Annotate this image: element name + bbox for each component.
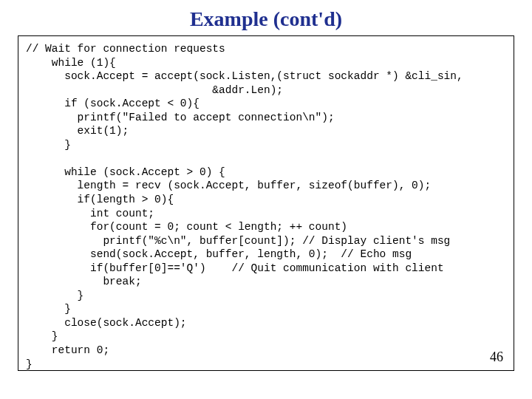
- code-block: // Wait for connection requests while (1…: [18, 35, 514, 371]
- page-number: 46: [490, 349, 503, 366]
- code-content: // Wait for connection requests while (1…: [26, 43, 463, 370]
- slide-title: Example (cont'd): [0, 0, 532, 35]
